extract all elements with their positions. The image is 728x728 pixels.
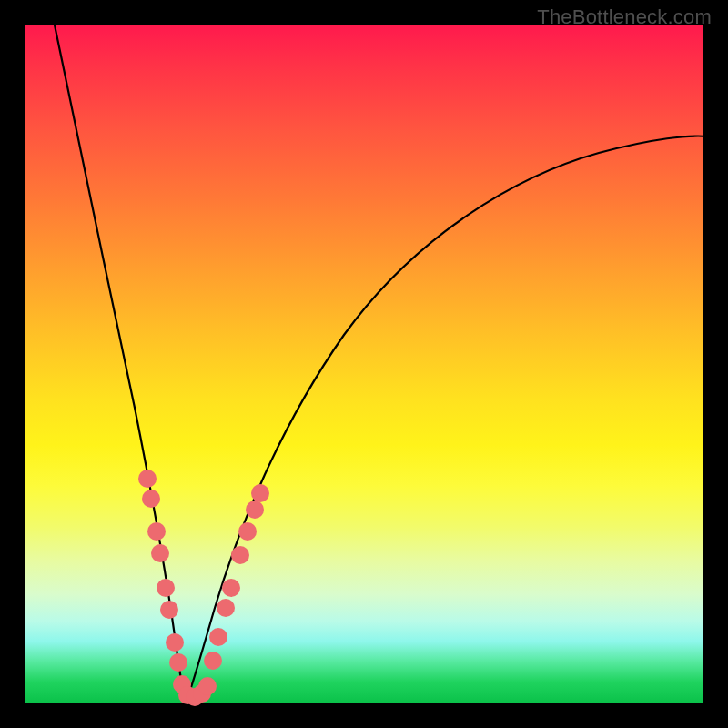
bead-left: [138, 470, 157, 488]
bead-left: [160, 601, 178, 619]
bead-right: [238, 522, 257, 541]
curve-right-arm: [187, 136, 708, 701]
bead-right: [222, 579, 240, 597]
bead-left: [151, 544, 169, 562]
bead-left: [147, 522, 166, 541]
bead-floor: [198, 677, 217, 695]
bead-right: [246, 500, 264, 519]
bead-right: [209, 628, 228, 646]
curve-left-arm: [53, 16, 187, 701]
bead-left: [157, 579, 175, 597]
watermark-text: TheBottleneck.com: [537, 5, 712, 29]
outer-frame: TheBottleneck.com: [0, 0, 728, 728]
bead-right: [231, 546, 249, 564]
plot-area: [25, 25, 703, 703]
bead-right: [251, 484, 269, 502]
bead-left: [142, 490, 160, 508]
bead-right: [217, 599, 235, 617]
bead-right: [204, 652, 222, 670]
curve-layer: [25, 25, 703, 703]
bead-left: [166, 633, 184, 652]
bead-left: [169, 653, 187, 672]
